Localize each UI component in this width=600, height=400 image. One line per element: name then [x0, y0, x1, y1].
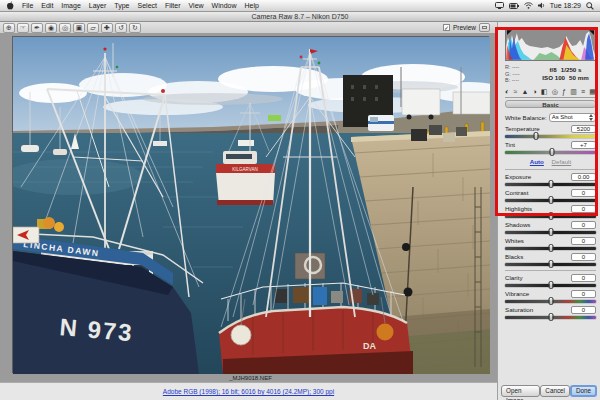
done-button[interactable]: Done	[570, 385, 597, 397]
basic-tab-icon[interactable]: ◐	[505, 88, 509, 96]
hsl-grayscale-tab-icon[interactable]: ◑	[533, 88, 537, 96]
slider-exposure: Exposure0.00	[505, 173, 596, 186]
rgb-readout: R: ---- G: ---- B: ----	[505, 64, 535, 84]
clarity-slider[interactable]	[505, 284, 596, 287]
menu-select[interactable]: Select	[138, 2, 157, 9]
slider-thumb[interactable]	[548, 196, 553, 204]
panel-tabs: ◐ ≈ ▲ ◑ ◧ ◎ ƒ ▥ ≡ ▦	[505, 88, 596, 98]
menu-image[interactable]: Image	[61, 2, 80, 9]
display-icon[interactable]	[495, 2, 504, 9]
tint-slider[interactable]	[505, 151, 596, 154]
crop-tool-button[interactable]: ▣	[73, 23, 85, 33]
slider-blacks: Blacks0	[505, 253, 596, 266]
white-balance-row: White Balance: As Shot	[505, 113, 596, 122]
temperature-value-input[interactable]: 5200	[571, 125, 596, 133]
snapshots-tab-icon[interactable]: ▦	[589, 88, 596, 96]
white-balance-tool-button[interactable]: ✒	[31, 23, 43, 33]
effects-tab-icon[interactable]: ƒ	[562, 88, 566, 96]
vibrance-slider[interactable]	[505, 300, 596, 303]
spotlight-icon[interactable]	[586, 2, 594, 10]
image-canvas-area: KILGARVAN	[0, 34, 497, 382]
zoom-tool-button[interactable]: ⊕	[3, 23, 15, 33]
rotate-right-button[interactable]: ↻	[129, 23, 141, 33]
camera-raw-toolbar: ⊕ ☞ ✒ ◉ ◎ ▣ ▱ ✚ ↺ ↻ ✓ Preview	[0, 22, 497, 34]
dialog-title-bar[interactable]: Camera Raw 8.7 – Nikon D750	[0, 12, 600, 22]
shadows-value-input[interactable]: 0	[571, 221, 596, 229]
cancel-button[interactable]: Cancel	[540, 385, 570, 397]
whites-slider[interactable]	[505, 247, 596, 250]
tint-value-input[interactable]: +7	[571, 141, 596, 149]
spot-removal-tool-button[interactable]: ✚	[101, 23, 113, 33]
blacks-value-input[interactable]: 0	[571, 253, 596, 261]
highlights-value-input[interactable]: 0	[571, 205, 596, 213]
slider-thumb[interactable]	[548, 297, 553, 305]
straighten-tool-button[interactable]: ▱	[87, 23, 99, 33]
menu-help[interactable]: Help	[245, 2, 259, 9]
slider-temperature: Temperature5200	[505, 125, 596, 138]
menu-view[interactable]: View	[189, 2, 204, 9]
battery-icon[interactable]	[509, 3, 519, 9]
temperature-slider[interactable]	[505, 135, 596, 138]
dialog-buttons: Open Image Cancel Done	[501, 385, 597, 397]
detail-tab-icon[interactable]: ▲	[521, 88, 528, 96]
slider-thumb[interactable]	[548, 212, 553, 220]
preview-checkbox[interactable]: ✓	[443, 24, 450, 31]
split-toning-tab-icon[interactable]: ◧	[541, 88, 548, 96]
fullscreen-toggle-icon[interactable]	[479, 23, 490, 32]
blacks-slider[interactable]	[505, 263, 596, 266]
lens-corrections-tab-icon[interactable]: ◎	[552, 88, 558, 96]
menu-filter[interactable]: Filter	[165, 2, 181, 9]
preview-control: ✓ Preview	[443, 23, 490, 32]
aperture-value: f/8	[550, 66, 557, 73]
menu-layer[interactable]: Layer	[89, 2, 107, 9]
white-balance-select[interactable]: As Shot	[549, 113, 596, 122]
saturation-value-input[interactable]: 0	[571, 306, 596, 314]
apple-menu-icon[interactable]	[6, 1, 14, 11]
saturation-slider[interactable]	[505, 316, 596, 319]
rotate-left-button[interactable]: ↺	[115, 23, 127, 33]
slider-vibrance: Vibrance0	[505, 290, 596, 303]
menu-type[interactable]: Type	[114, 2, 129, 9]
contrast-slider[interactable]	[505, 199, 596, 202]
exposure-slider[interactable]	[505, 183, 596, 186]
wifi-icon[interactable]	[524, 2, 533, 9]
hand-tool-button[interactable]: ☞	[17, 23, 29, 33]
exposure-value-input[interactable]: 0.00	[571, 173, 596, 181]
white-balance-label: White Balance:	[505, 114, 547, 121]
slider-thumb[interactable]	[548, 180, 553, 188]
menu-window[interactable]: Window	[212, 2, 237, 9]
slider-thumb[interactable]	[548, 281, 553, 289]
focal-length-value: 50 mm	[569, 74, 589, 81]
whites-value-input[interactable]: 0	[571, 237, 596, 245]
shot-settings: f/81/250 s ISO 10050 mm	[535, 64, 596, 84]
menu-clock[interactable]: Tue 18:29	[550, 2, 581, 9]
auto-link[interactable]: Auto	[530, 158, 544, 165]
tone-curve-tab-icon[interactable]: ≈	[513, 88, 517, 96]
shadows-slider[interactable]	[505, 231, 596, 234]
highlights-slider[interactable]	[505, 215, 596, 218]
dropdown-arrows-icon	[589, 114, 593, 121]
slider-thumb[interactable]	[548, 313, 553, 321]
white-truck	[402, 89, 440, 115]
vibrance-value-input[interactable]: 0	[571, 290, 596, 298]
slider-shadows: Shadows0	[505, 221, 596, 234]
workflow-options-link[interactable]: Adobe RGB (1998); 16 bit; 6016 by 4016 (…	[163, 388, 334, 395]
targeted-adjustment-tool-button[interactable]: ◎	[59, 23, 71, 33]
slider-thumb[interactable]	[550, 148, 555, 156]
open-image-button[interactable]: Open Image	[501, 385, 540, 397]
auto-default-row: Auto Default	[505, 158, 596, 165]
slider-thumb[interactable]	[548, 260, 553, 268]
presets-tab-icon[interactable]: ≡	[581, 88, 585, 96]
orange-buoy	[377, 324, 394, 341]
menu-file[interactable]: File	[22, 2, 33, 9]
camera-calibration-tab-icon[interactable]: ▥	[570, 88, 577, 96]
clarity-value-input[interactable]: 0	[571, 274, 596, 282]
slider-thumb[interactable]	[533, 132, 538, 140]
menu-edit[interactable]: Edit	[41, 2, 53, 9]
default-link[interactable]: Default	[552, 158, 572, 165]
color-sampler-tool-button[interactable]: ◉	[45, 23, 57, 33]
volume-icon[interactable]	[538, 2, 545, 9]
contrast-value-input[interactable]: 0	[571, 189, 596, 197]
slider-thumb[interactable]	[548, 244, 553, 252]
slider-thumb[interactable]	[548, 228, 553, 236]
